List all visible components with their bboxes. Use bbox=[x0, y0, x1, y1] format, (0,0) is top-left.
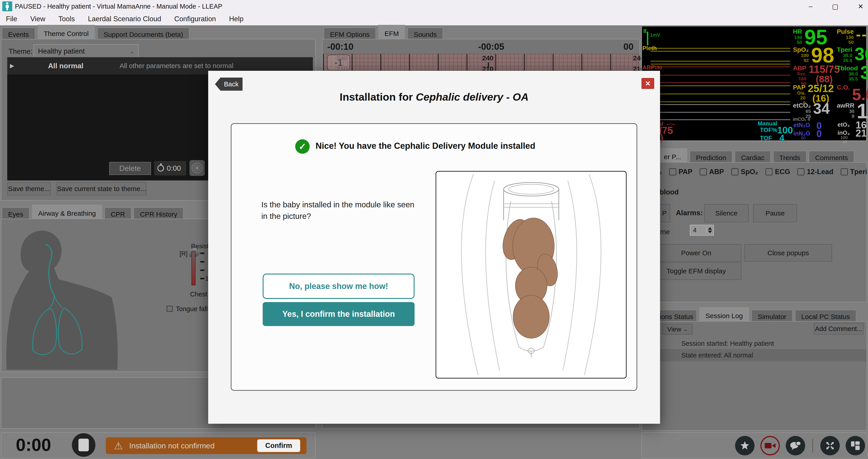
menu-file[interactable]: File bbox=[6, 15, 17, 23]
pause-alarms-button[interactable]: Pause bbox=[753, 204, 797, 222]
theme-tab-bar: Events Theme Control Support Documents (… bbox=[2, 25, 189, 41]
session-timer: 0:00 bbox=[16, 435, 51, 455]
back-button[interactable]: Back bbox=[215, 78, 243, 91]
checkbox-box[interactable] bbox=[731, 168, 739, 176]
power-on-button[interactable]: Power On bbox=[651, 244, 741, 262]
menu-help[interactable]: Help bbox=[229, 15, 243, 23]
airway-tab-bar: Eyes Airway & Breathing CPR CPR History bbox=[2, 205, 184, 220]
tab-efm[interactable]: EFM bbox=[378, 25, 405, 41]
menu-tools[interactable]: Tools bbox=[59, 15, 75, 23]
delete-button[interactable]: Delete bbox=[109, 162, 151, 175]
ino2-value: 21 bbox=[856, 127, 867, 139]
dialog-question: Is the baby installed in the module like… bbox=[261, 199, 422, 222]
bookmark-event-button[interactable] bbox=[735, 436, 754, 455]
chat-button[interactable] bbox=[786, 436, 805, 455]
abp-mean: (88) bbox=[809, 75, 840, 83]
inn2o-value: 0 bbox=[816, 128, 822, 139]
state-timer-value: 0:00 bbox=[167, 164, 181, 173]
vital-co: C.O. 5.6 bbox=[837, 84, 868, 101]
checkbox-spo2[interactable]: SpO₂ bbox=[731, 168, 758, 176]
checkbox-abp[interactable]: ABP bbox=[700, 168, 724, 176]
checkbox-box[interactable] bbox=[765, 168, 773, 176]
theme-select[interactable]: Healthy patient ⌄ bbox=[33, 44, 138, 58]
silence-alarms-button[interactable]: Silence bbox=[704, 204, 749, 222]
close-popups-button[interactable]: Close popups bbox=[744, 244, 832, 262]
checkbox-pap[interactable]: PAP bbox=[669, 168, 692, 176]
params-tab-bar: er P... Prediction Cardiac Trends Commen… bbox=[643, 148, 854, 164]
theme-label: Theme: bbox=[8, 48, 32, 56]
chevron-down-icon: ⌄ bbox=[129, 48, 134, 55]
ripple-effect-button[interactable] bbox=[189, 160, 205, 176]
app-icon bbox=[2, 1, 12, 11]
checkbox-box[interactable] bbox=[797, 168, 804, 176]
menubar: File View Tools Laerdal Scenario Cloud C… bbox=[0, 13, 868, 25]
menu-view[interactable]: View bbox=[30, 15, 45, 23]
spinner-up-icon[interactable] bbox=[708, 227, 712, 230]
tof-label: TOF bbox=[760, 135, 772, 142]
menu-configuration[interactable]: Configuration bbox=[174, 15, 216, 23]
state-expand-arrow-icon[interactable]: ▶ bbox=[10, 63, 14, 69]
pulse-value: -- bbox=[856, 28, 868, 40]
slider-tick bbox=[200, 252, 204, 254]
volume-spinner[interactable]: 4 bbox=[690, 225, 714, 236]
tof-pct-label: TOF% bbox=[760, 127, 778, 134]
log-view-label: View bbox=[667, 326, 681, 333]
patient-body-diagram bbox=[5, 223, 119, 371]
stop-icon bbox=[79, 439, 89, 451]
checkbox-box[interactable] bbox=[669, 168, 676, 176]
video-camera-icon bbox=[765, 441, 776, 450]
quick-action-icons bbox=[735, 436, 865, 455]
record-video-button[interactable] bbox=[761, 436, 780, 455]
efm-tab-bar: EFM Options EFM Sounds bbox=[324, 25, 443, 41]
toggle-efm-display-button[interactable]: Toggle EFM display bbox=[651, 262, 741, 280]
save-state-to-theme-button[interactable]: Save current state to theme... bbox=[57, 182, 147, 195]
layout-button[interactable] bbox=[846, 436, 865, 455]
log-row-selected[interactable]: State entered: All normal bbox=[643, 349, 866, 361]
hr-value: 95 bbox=[804, 28, 827, 46]
menu-laerdal-scenario-cloud[interactable]: Laerdal Scenario Cloud bbox=[88, 15, 161, 23]
checkbox-tperi[interactable]: Tperi bbox=[841, 168, 867, 176]
checkbox-box[interactable] bbox=[700, 168, 707, 176]
log-row[interactable]: Session started: Healthy patient bbox=[643, 338, 866, 349]
close-button[interactable]: ✕ bbox=[858, 2, 864, 10]
warning-text: Installation not confirmed bbox=[129, 441, 215, 450]
checkbox-box[interactable] bbox=[841, 168, 848, 176]
etco2-value: 34 bbox=[813, 102, 830, 115]
theme-select-value: Healthy patient bbox=[38, 47, 85, 55]
vital-tperi: Tperi38.026.0 36.1 bbox=[837, 47, 868, 63]
vital-etco2: etCO₂6525 34 bbox=[793, 102, 830, 119]
tof-mode: Manual bbox=[758, 120, 777, 127]
log-tab-bar: ections Status Session Log Simulator Loc… bbox=[643, 307, 856, 323]
efm-time-label: 00 bbox=[623, 41, 633, 52]
inn2o-limit: 80 bbox=[801, 136, 806, 141]
fullscreen-button[interactable] bbox=[820, 436, 840, 455]
volume-label: me bbox=[660, 228, 670, 236]
abp-wave-scale: 150 bbox=[654, 65, 662, 70]
efm-time-label: -00:10 bbox=[327, 41, 353, 52]
spinner-down-icon[interactable] bbox=[708, 231, 712, 233]
r-marker-label: [R] bbox=[180, 250, 188, 257]
tab-session-log[interactable]: Session Log bbox=[699, 307, 749, 323]
resistance-slider-track[interactable] bbox=[191, 251, 195, 285]
save-theme-button[interactable]: Save theme... bbox=[7, 182, 51, 195]
stop-session-button[interactable] bbox=[72, 433, 95, 457]
log-view-dropdown[interactable]: View ⌄ bbox=[662, 324, 692, 335]
eto2-label: etO₂ bbox=[837, 121, 850, 128]
tab-theme-control[interactable]: Theme Control bbox=[37, 25, 95, 41]
tblood-section-label: blood bbox=[659, 188, 679, 196]
add-comment-button[interactable]: Add Comment... bbox=[814, 323, 864, 335]
confirm-installation-button[interactable]: Confirm bbox=[257, 439, 300, 452]
installation-warning-banner: ⚠ Installation not confirmed Confirm bbox=[106, 437, 307, 454]
icon-divider bbox=[812, 439, 813, 453]
dialog-close-button[interactable]: ✕ bbox=[642, 78, 654, 89]
ecg-scale-label: 1mV bbox=[650, 32, 660, 38]
no-show-me-how-button[interactable]: No, please show me how! bbox=[263, 274, 414, 299]
checkbox-12lead[interactable]: 12-Lead bbox=[797, 168, 833, 176]
tab-airway-breathing[interactable]: Airway & Breathing bbox=[32, 205, 102, 220]
tongue-fall-checkbox[interactable] bbox=[166, 306, 173, 312]
vital-hr: HR13050 95 bbox=[793, 28, 828, 46]
yes-confirm-installation-button[interactable]: Yes, I confirm the installation bbox=[263, 302, 414, 326]
checkbox-ecg[interactable]: ECG bbox=[765, 168, 790, 176]
minimize-button[interactable]: – bbox=[809, 2, 813, 10]
maximize-button[interactable]: ▢ bbox=[832, 2, 838, 10]
